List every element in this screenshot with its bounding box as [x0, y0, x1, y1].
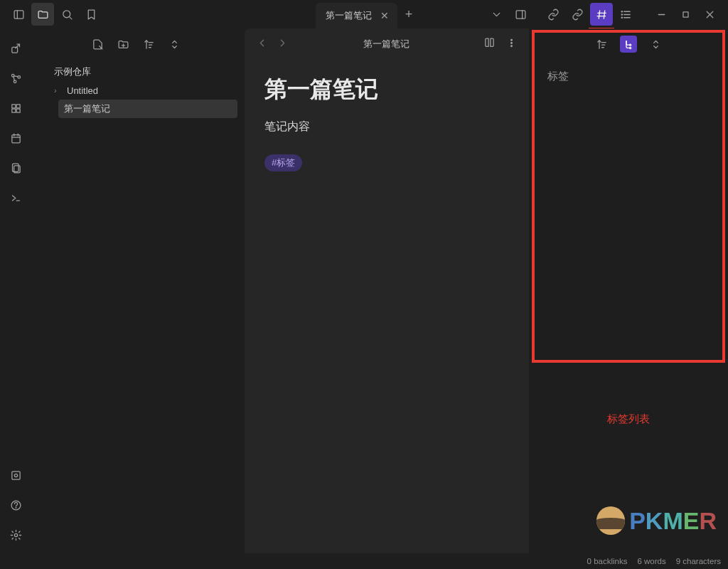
window-close-icon[interactable] — [698, 3, 721, 26]
chevron-down-icon[interactable] — [485, 3, 508, 26]
file-explorer: 示例仓库 › Untitled 第一篇笔记 — [31, 28, 245, 553]
svg-point-15 — [621, 17, 622, 18]
sort-icon[interactable] — [593, 36, 610, 53]
canvas-icon[interactable] — [4, 97, 27, 119]
svg-line-3 — [69, 16, 72, 19]
status-backlinks[interactable]: 0 backlinks — [587, 557, 628, 565]
svg-point-14 — [621, 14, 622, 14]
tree-item-note[interactable]: 第一篇笔记 — [58, 100, 237, 118]
window-minimize-icon[interactable] — [650, 3, 673, 26]
editor-pane: 第一篇笔记 第一篇笔记 笔记内容 #标签 — [245, 28, 529, 553]
nav-back-icon[interactable] — [256, 37, 268, 51]
nav-forward-icon[interactable] — [277, 37, 289, 51]
note-content[interactable]: 笔记内容 — [264, 119, 509, 134]
daily-note-icon[interactable] — [4, 127, 27, 149]
status-words[interactable]: 6 words — [637, 557, 665, 565]
svg-point-41 — [14, 533, 17, 536]
templates-icon[interactable] — [4, 156, 27, 179]
new-folder-icon[interactable] — [115, 36, 131, 52]
status-bar: 0 backlinks 6 words 9 characters — [0, 553, 728, 569]
more-options-icon[interactable] — [505, 37, 518, 51]
incoming-links-icon[interactable] — [542, 3, 564, 26]
tags-pane: 标签 标签列表 PKMER — [529, 28, 728, 553]
search-icon[interactable] — [55, 3, 78, 26]
nested-tags-icon[interactable] — [620, 36, 637, 53]
svg-rect-0 — [14, 10, 23, 18]
svg-rect-20 — [11, 47, 17, 53]
breadcrumb[interactable]: 第一篇笔记 — [300, 38, 472, 50]
titlebar: 第一篇笔记 ✕ + — [0, 0, 728, 28]
svg-point-56 — [629, 47, 631, 48]
svg-line-7 — [604, 10, 604, 18]
svg-point-38 — [14, 474, 17, 477]
svg-rect-26 — [11, 104, 15, 107]
window-maximize-icon[interactable] — [674, 3, 697, 26]
graph-icon[interactable] — [4, 67, 27, 90]
collapse-icon[interactable] — [166, 36, 182, 52]
expand-collapse-icon[interactable] — [647, 36, 664, 53]
vault-name[interactable]: 示例仓库 — [48, 63, 237, 81]
right-sidebar-toggle-icon[interactable] — [509, 3, 532, 26]
settings-icon[interactable] — [4, 523, 27, 546]
svg-rect-30 — [11, 134, 19, 142]
outgoing-links-icon[interactable] — [566, 3, 589, 26]
sort-icon[interactable] — [141, 36, 156, 52]
sidebar-toggle-icon[interactable] — [7, 3, 30, 26]
svg-point-50 — [511, 46, 513, 47]
watermark-logo-icon — [596, 506, 625, 535]
watermark: PKMER — [596, 506, 717, 535]
svg-point-55 — [629, 44, 631, 46]
svg-rect-28 — [11, 109, 15, 112]
status-chars[interactable]: 9 characters — [676, 557, 721, 565]
editor-body[interactable]: 第一篇笔记 笔记内容 #标签 — [245, 60, 529, 186]
tab-label: 第一篇笔记 — [326, 9, 372, 22]
new-note-icon[interactable] — [90, 36, 105, 52]
new-tab-button[interactable]: + — [397, 7, 420, 22]
tags-pane-icon[interactable] — [590, 3, 613, 26]
note-title[interactable]: 第一篇笔记 — [264, 74, 509, 105]
help-icon[interactable] — [4, 494, 27, 516]
svg-point-49 — [511, 43, 513, 44]
svg-rect-27 — [16, 104, 20, 107]
tabs-bar: 第一篇笔记 ✕ + — [316, 0, 485, 28]
quick-switcher-icon[interactable] — [4, 37, 27, 60]
command-palette-icon[interactable] — [4, 186, 27, 209]
svg-point-48 — [511, 39, 513, 41]
tree-item-folder[interactable]: › Untitled — [48, 81, 237, 100]
annotation-label: 标签列表 — [529, 413, 728, 426]
svg-line-25 — [13, 76, 14, 80]
svg-rect-29 — [16, 109, 20, 112]
svg-rect-34 — [12, 164, 18, 171]
vault-icon[interactable] — [4, 464, 27, 486]
svg-rect-4 — [516, 10, 525, 18]
close-icon[interactable]: ✕ — [379, 10, 390, 21]
svg-line-6 — [599, 10, 599, 18]
tag-pill[interactable]: #标签 — [264, 154, 302, 171]
svg-line-24 — [14, 75, 18, 76]
outline-icon[interactable] — [614, 3, 637, 26]
svg-point-40 — [16, 507, 16, 508]
tab-active[interactable]: 第一篇笔记 ✕ — [316, 3, 397, 28]
left-ribbon — [0, 28, 31, 553]
reading-mode-icon[interactable] — [483, 37, 496, 51]
svg-point-13 — [621, 11, 622, 11]
svg-rect-37 — [11, 471, 19, 479]
bookmark-icon[interactable] — [80, 3, 102, 26]
chevron-right-icon: › — [54, 86, 63, 95]
tags-heading[interactable]: 标签 — [547, 70, 710, 83]
files-icon[interactable] — [31, 3, 54, 26]
svg-rect-17 — [682, 11, 687, 16]
